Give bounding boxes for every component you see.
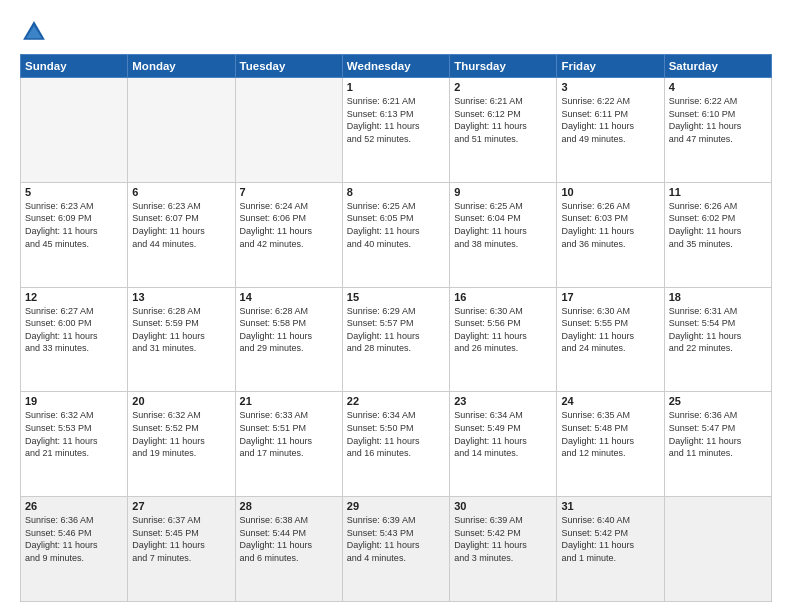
calendar-page: SundayMondayTuesdayWednesdayThursdayFrid… [0, 0, 792, 612]
cell-info: Sunrise: 6:21 AM Sunset: 6:12 PM Dayligh… [454, 95, 552, 145]
day-number: 5 [25, 186, 123, 198]
calendar-cell: 27Sunrise: 6:37 AM Sunset: 5:45 PM Dayli… [128, 497, 235, 602]
calendar-cell: 5Sunrise: 6:23 AM Sunset: 6:09 PM Daylig… [21, 182, 128, 287]
cell-info: Sunrise: 6:26 AM Sunset: 6:03 PM Dayligh… [561, 200, 659, 250]
day-number: 13 [132, 291, 230, 303]
calendar-cell: 17Sunrise: 6:30 AM Sunset: 5:55 PM Dayli… [557, 287, 664, 392]
day-number: 20 [132, 395, 230, 407]
day-number: 24 [561, 395, 659, 407]
day-number: 16 [454, 291, 552, 303]
cell-info: Sunrise: 6:34 AM Sunset: 5:49 PM Dayligh… [454, 409, 552, 459]
day-number: 1 [347, 81, 445, 93]
day-number: 11 [669, 186, 767, 198]
weekday-header-monday: Monday [128, 55, 235, 78]
day-number: 30 [454, 500, 552, 512]
cell-info: Sunrise: 6:26 AM Sunset: 6:02 PM Dayligh… [669, 200, 767, 250]
calendar-cell: 31Sunrise: 6:40 AM Sunset: 5:42 PM Dayli… [557, 497, 664, 602]
day-number: 14 [240, 291, 338, 303]
calendar-cell: 7Sunrise: 6:24 AM Sunset: 6:06 PM Daylig… [235, 182, 342, 287]
calendar-cell: 8Sunrise: 6:25 AM Sunset: 6:05 PM Daylig… [342, 182, 449, 287]
calendar-cell: 21Sunrise: 6:33 AM Sunset: 5:51 PM Dayli… [235, 392, 342, 497]
calendar-cell [21, 78, 128, 183]
cell-info: Sunrise: 6:22 AM Sunset: 6:11 PM Dayligh… [561, 95, 659, 145]
logo-icon [20, 18, 48, 46]
calendar-cell: 4Sunrise: 6:22 AM Sunset: 6:10 PM Daylig… [664, 78, 771, 183]
calendar-cell: 25Sunrise: 6:36 AM Sunset: 5:47 PM Dayli… [664, 392, 771, 497]
cell-info: Sunrise: 6:35 AM Sunset: 5:48 PM Dayligh… [561, 409, 659, 459]
day-number: 26 [25, 500, 123, 512]
calendar-cell: 16Sunrise: 6:30 AM Sunset: 5:56 PM Dayli… [450, 287, 557, 392]
weekday-header-wednesday: Wednesday [342, 55, 449, 78]
day-number: 12 [25, 291, 123, 303]
day-number: 3 [561, 81, 659, 93]
cell-info: Sunrise: 6:30 AM Sunset: 5:56 PM Dayligh… [454, 305, 552, 355]
day-number: 8 [347, 186, 445, 198]
cell-info: Sunrise: 6:33 AM Sunset: 5:51 PM Dayligh… [240, 409, 338, 459]
day-number: 28 [240, 500, 338, 512]
calendar-cell: 6Sunrise: 6:23 AM Sunset: 6:07 PM Daylig… [128, 182, 235, 287]
calendar-cell: 15Sunrise: 6:29 AM Sunset: 5:57 PM Dayli… [342, 287, 449, 392]
week-row-5: 26Sunrise: 6:36 AM Sunset: 5:46 PM Dayli… [21, 497, 772, 602]
day-number: 18 [669, 291, 767, 303]
day-number: 17 [561, 291, 659, 303]
week-row-2: 5Sunrise: 6:23 AM Sunset: 6:09 PM Daylig… [21, 182, 772, 287]
calendar-cell: 30Sunrise: 6:39 AM Sunset: 5:42 PM Dayli… [450, 497, 557, 602]
cell-info: Sunrise: 6:32 AM Sunset: 5:52 PM Dayligh… [132, 409, 230, 459]
calendar-cell: 20Sunrise: 6:32 AM Sunset: 5:52 PM Dayli… [128, 392, 235, 497]
day-number: 6 [132, 186, 230, 198]
weekday-header-row: SundayMondayTuesdayWednesdayThursdayFrid… [21, 55, 772, 78]
calendar-cell [664, 497, 771, 602]
calendar-cell [235, 78, 342, 183]
calendar-cell: 18Sunrise: 6:31 AM Sunset: 5:54 PM Dayli… [664, 287, 771, 392]
day-number: 19 [25, 395, 123, 407]
day-number: 25 [669, 395, 767, 407]
calendar-table: SundayMondayTuesdayWednesdayThursdayFrid… [20, 54, 772, 602]
weekday-header-saturday: Saturday [664, 55, 771, 78]
calendar-cell: 28Sunrise: 6:38 AM Sunset: 5:44 PM Dayli… [235, 497, 342, 602]
cell-info: Sunrise: 6:36 AM Sunset: 5:46 PM Dayligh… [25, 514, 123, 564]
weekday-header-tuesday: Tuesday [235, 55, 342, 78]
day-number: 7 [240, 186, 338, 198]
cell-info: Sunrise: 6:27 AM Sunset: 6:00 PM Dayligh… [25, 305, 123, 355]
cell-info: Sunrise: 6:29 AM Sunset: 5:57 PM Dayligh… [347, 305, 445, 355]
cell-info: Sunrise: 6:22 AM Sunset: 6:10 PM Dayligh… [669, 95, 767, 145]
calendar-cell: 12Sunrise: 6:27 AM Sunset: 6:00 PM Dayli… [21, 287, 128, 392]
week-row-4: 19Sunrise: 6:32 AM Sunset: 5:53 PM Dayli… [21, 392, 772, 497]
day-number: 4 [669, 81, 767, 93]
day-number: 31 [561, 500, 659, 512]
cell-info: Sunrise: 6:25 AM Sunset: 6:04 PM Dayligh… [454, 200, 552, 250]
logo [20, 18, 52, 46]
cell-info: Sunrise: 6:28 AM Sunset: 5:58 PM Dayligh… [240, 305, 338, 355]
cell-info: Sunrise: 6:28 AM Sunset: 5:59 PM Dayligh… [132, 305, 230, 355]
header [20, 18, 772, 46]
calendar-cell: 22Sunrise: 6:34 AM Sunset: 5:50 PM Dayli… [342, 392, 449, 497]
cell-info: Sunrise: 6:39 AM Sunset: 5:43 PM Dayligh… [347, 514, 445, 564]
week-row-1: 1Sunrise: 6:21 AM Sunset: 6:13 PM Daylig… [21, 78, 772, 183]
calendar-cell: 2Sunrise: 6:21 AM Sunset: 6:12 PM Daylig… [450, 78, 557, 183]
cell-info: Sunrise: 6:38 AM Sunset: 5:44 PM Dayligh… [240, 514, 338, 564]
calendar-cell: 29Sunrise: 6:39 AM Sunset: 5:43 PM Dayli… [342, 497, 449, 602]
cell-info: Sunrise: 6:39 AM Sunset: 5:42 PM Dayligh… [454, 514, 552, 564]
calendar-cell: 13Sunrise: 6:28 AM Sunset: 5:59 PM Dayli… [128, 287, 235, 392]
calendar-cell: 24Sunrise: 6:35 AM Sunset: 5:48 PM Dayli… [557, 392, 664, 497]
cell-info: Sunrise: 6:23 AM Sunset: 6:09 PM Dayligh… [25, 200, 123, 250]
cell-info: Sunrise: 6:21 AM Sunset: 6:13 PM Dayligh… [347, 95, 445, 145]
calendar-cell: 14Sunrise: 6:28 AM Sunset: 5:58 PM Dayli… [235, 287, 342, 392]
day-number: 27 [132, 500, 230, 512]
cell-info: Sunrise: 6:25 AM Sunset: 6:05 PM Dayligh… [347, 200, 445, 250]
weekday-header-sunday: Sunday [21, 55, 128, 78]
cell-info: Sunrise: 6:34 AM Sunset: 5:50 PM Dayligh… [347, 409, 445, 459]
day-number: 21 [240, 395, 338, 407]
cell-info: Sunrise: 6:40 AM Sunset: 5:42 PM Dayligh… [561, 514, 659, 564]
day-number: 23 [454, 395, 552, 407]
week-row-3: 12Sunrise: 6:27 AM Sunset: 6:00 PM Dayli… [21, 287, 772, 392]
day-number: 9 [454, 186, 552, 198]
cell-info: Sunrise: 6:30 AM Sunset: 5:55 PM Dayligh… [561, 305, 659, 355]
weekday-header-friday: Friday [557, 55, 664, 78]
day-number: 15 [347, 291, 445, 303]
day-number: 2 [454, 81, 552, 93]
cell-info: Sunrise: 6:37 AM Sunset: 5:45 PM Dayligh… [132, 514, 230, 564]
cell-info: Sunrise: 6:24 AM Sunset: 6:06 PM Dayligh… [240, 200, 338, 250]
calendar-cell: 3Sunrise: 6:22 AM Sunset: 6:11 PM Daylig… [557, 78, 664, 183]
calendar-cell: 10Sunrise: 6:26 AM Sunset: 6:03 PM Dayli… [557, 182, 664, 287]
